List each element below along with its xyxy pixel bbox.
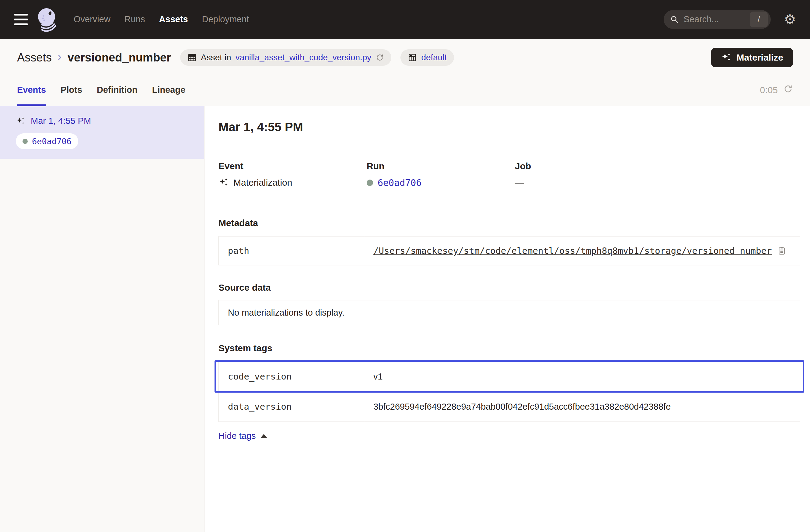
run-status-dot [22, 139, 28, 144]
system-tags-table: code_version v1 data_version 3bfc269594e… [218, 361, 800, 422]
table-icon [188, 53, 197, 62]
hide-tags-label: Hide tags [218, 431, 256, 441]
dagster-app: Overview Runs Assets Deployment / ⚙ Asse… [0, 0, 810, 532]
empty-message: No materializations to display. [228, 308, 344, 318]
event-timestamp: Mar 1, 4:55 PM [31, 116, 91, 126]
table-row-data-version: data_version 3bfc269594ef649228e9a74bab0… [219, 392, 800, 421]
repo-grid-icon [408, 53, 417, 62]
nav-item-assets[interactable]: Assets [159, 14, 188, 25]
event-detail-title: Mar 1, 4:55 PM [218, 120, 800, 134]
event-summary: Event Materialization Run [218, 161, 800, 188]
tab-lineage[interactable]: Lineage [152, 74, 185, 106]
tag-key: code_version [219, 361, 364, 391]
run-id: 6e0ad706 [32, 136, 71, 146]
asset-chip-prefix: Asset in [201, 53, 231, 62]
job-value: — [515, 177, 524, 188]
copy-icon[interactable] [777, 246, 786, 255]
hamburger-menu-icon[interactable] [14, 14, 28, 25]
search-input[interactable] [684, 14, 746, 25]
event-list-sidebar: Mar 1, 4:55 PM 6e0ad706 [0, 106, 205, 532]
tag-value: v1 [373, 372, 383, 382]
tabs-bar: Events Plots Definition Lineage 0:05 [0, 74, 810, 106]
source-data-heading: Source data [218, 283, 800, 293]
hide-tags-toggle[interactable]: Hide tags [218, 431, 267, 441]
system-tags-heading: System tags [218, 343, 800, 353]
breadcrumb-assets[interactable]: Assets [17, 51, 52, 64]
breadcrumb-asset-name: versioned_number [67, 51, 171, 64]
run-column-label: Run [367, 161, 515, 171]
materialize-button-label: Materialize [737, 52, 783, 63]
auto-refresh-status: 0:05 [760, 84, 793, 96]
refresh-icon[interactable] [783, 84, 793, 96]
asset-definition-chip: Asset in vanilla_asset_with_code_version… [180, 49, 391, 66]
search-shortcut-badge: / [750, 12, 768, 27]
chevron-right-icon: › [58, 50, 62, 63]
job-column-label: Job [515, 161, 800, 171]
source-data-empty-state: No materializations to display. [218, 300, 800, 325]
event-list-item[interactable]: Mar 1, 4:55 PM 6e0ad706 [0, 106, 204, 159]
table-row: path /Users/smackesey/stm/code/elementl/… [219, 237, 800, 265]
metadata-path-link[interactable]: /Users/smackesey/stm/code/elementl/oss/t… [373, 246, 772, 256]
materialize-button[interactable]: Materialize [711, 48, 793, 67]
tag-value: 3bfc269594ef649228e9a74bab00f042efc91d5a… [373, 402, 671, 412]
metadata-table: path /Users/smackesey/stm/code/elementl/… [218, 236, 800, 265]
run-status-dot [367, 180, 373, 186]
event-column-label: Event [218, 161, 367, 171]
breadcrumb: Assets › versioned_number [17, 51, 171, 64]
tag-key: data_version [219, 392, 364, 421]
nav-item-runs[interactable]: Runs [125, 14, 145, 25]
tab-definition[interactable]: Definition [97, 74, 137, 106]
reload-icon[interactable] [375, 53, 384, 62]
refresh-countdown: 0:05 [760, 85, 778, 95]
settings-gear-icon[interactable]: ⚙ [784, 13, 796, 26]
run-id-chip[interactable]: 6e0ad706 [16, 133, 78, 149]
nav-links: Overview Runs Assets Deployment [74, 14, 249, 25]
nav-item-deployment[interactable]: Deployment [202, 14, 249, 25]
asset-file-link[interactable]: vanilla_asset_with_code_version.py [236, 53, 372, 62]
nav-item-overview[interactable]: Overview [74, 14, 111, 25]
top-nav: Overview Runs Assets Deployment / ⚙ [0, 0, 810, 39]
code-location-chip: default [401, 49, 454, 66]
run-id-link[interactable]: 6e0ad706 [378, 177, 422, 188]
materialization-sparkle-icon [16, 116, 26, 126]
event-type-value: Materialization [233, 177, 292, 188]
search-box[interactable]: / [664, 10, 771, 29]
search-icon [670, 15, 679, 25]
metadata-key: path [219, 237, 364, 265]
sparkle-icon [721, 52, 732, 63]
code-location-link[interactable]: default [421, 53, 447, 62]
caret-up-icon [260, 434, 267, 438]
table-row-code-version: code_version v1 [219, 361, 800, 392]
event-detail-panel: Mar 1, 4:55 PM Event Materialization [205, 106, 810, 532]
tab-events[interactable]: Events [17, 74, 46, 106]
metadata-heading: Metadata [218, 218, 800, 228]
dagster-logo[interactable] [35, 7, 60, 32]
materialization-sparkle-icon [218, 177, 229, 188]
tab-plots[interactable]: Plots [61, 74, 82, 106]
page-header: Assets › versioned_number Asset in vanil… [0, 39, 810, 74]
